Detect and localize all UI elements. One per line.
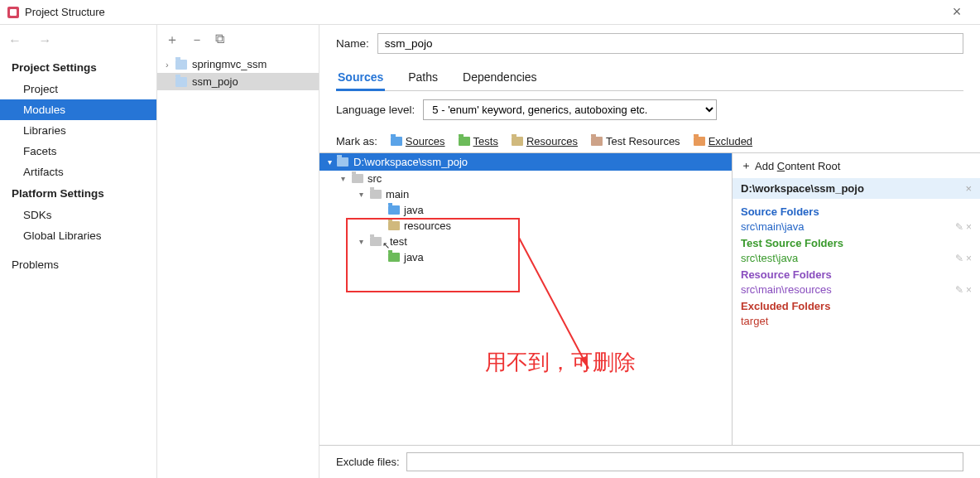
svg-rect-1	[10, 9, 17, 16]
mark-resources-button[interactable]: Resources	[512, 135, 578, 147]
annotation-text: 用不到，可删除	[485, 348, 636, 377]
window-title: Project Structure	[25, 6, 940, 18]
remove-icon[interactable]: ×	[966, 253, 972, 264]
content-root-item[interactable]: D:\workspace\ssm_pojo×	[733, 178, 980, 199]
source-tree: ▾ D:\workspace\ssm_pojo ▾src ▾main java …	[319, 153, 732, 445]
plus-icon: ＋	[741, 158, 752, 173]
edit-icon[interactable]: ✎	[955, 221, 963, 233]
module-item-ssmpojo[interactable]: ssm_pojo	[157, 73, 319, 90]
module-label: springmvc_ssm	[192, 58, 267, 70]
source-folder-entry[interactable]: src\main\java✎ ×	[741, 220, 972, 234]
source-folders-header: Source Folders	[741, 205, 972, 218]
nav-item-sdks[interactable]: SDKs	[0, 205, 156, 225]
module-label: ssm_pojo	[192, 75, 238, 88]
nav-header-project: Project Settings	[0, 56, 156, 79]
test-resources-folder-icon	[591, 137, 603, 146]
module-details: Name: Sources Paths Dependencies Languag…	[319, 25, 980, 478]
folder-icon	[370, 190, 382, 199]
excluded-folders-header: Excluded Folders	[741, 300, 972, 312]
tests-folder-icon	[388, 253, 400, 262]
tab-dependencies[interactable]: Dependencies	[461, 67, 539, 90]
tab-paths[interactable]: Paths	[406, 67, 440, 90]
tree-node-main[interactable]: ▾main	[356, 186, 732, 202]
mark-excluded-button[interactable]: Excluded	[694, 135, 752, 147]
folder-icon	[175, 60, 187, 70]
edit-icon[interactable]: ✎	[955, 253, 963, 264]
module-name-input[interactable]	[377, 33, 963, 54]
name-label: Name:	[336, 37, 369, 50]
module-tree: ＋ － ⧉ › springmvc_ssm ssm_pojo	[157, 25, 319, 478]
remove-icon[interactable]: ×	[966, 284, 972, 296]
mark-tests-button[interactable]: Tests	[459, 135, 498, 147]
folder-icon	[337, 157, 348, 167]
nav-item-libraries[interactable]: Libraries	[0, 120, 156, 141]
sources-folder-icon	[388, 205, 400, 215]
close-icon[interactable]: ×	[940, 3, 973, 21]
edit-icon[interactable]: ✎	[955, 284, 963, 296]
mark-as-toolbar: Mark as: Sources Tests Resources Test Re…	[336, 135, 963, 147]
exclude-files-label: Exclude files:	[336, 456, 400, 468]
titlebar: Project Structure ×	[0, 0, 980, 25]
remove-icon[interactable]: ×	[965, 182, 972, 195]
resources-folder-icon	[512, 137, 523, 146]
tree-node-test-java[interactable]: java	[374, 249, 732, 265]
nav-item-facets[interactable]: Facets	[0, 141, 156, 162]
resource-folders-header: Resource Folders	[741, 268, 972, 281]
side-nav: ← → Project Settings Project Modules Lib…	[0, 25, 157, 478]
resource-folder-entry[interactable]: src\main\resources✎ ×	[741, 282, 972, 297]
tests-folder-icon	[459, 137, 470, 146]
nav-item-problems[interactable]: Problems	[0, 254, 156, 275]
module-item-springmvc[interactable]: › springmvc_ssm	[157, 56, 319, 73]
sources-folder-icon	[391, 137, 402, 146]
tree-node-main-java[interactable]: java	[374, 202, 732, 218]
nav-item-project[interactable]: Project	[0, 79, 156, 99]
test-folders-header: Test Source Folders	[741, 237, 972, 249]
exclude-files-input[interactable]	[406, 452, 963, 471]
tree-node-test[interactable]: ▾↖test	[356, 234, 732, 249]
excluded-folder-entry[interactable]: target	[741, 314, 972, 328]
remove-module-icon[interactable]: －	[190, 31, 204, 49]
remove-icon[interactable]: ×	[966, 221, 972, 233]
copy-module-icon[interactable]: ⧉	[215, 31, 224, 49]
mark-test-resources-button[interactable]: Test Resources	[591, 135, 680, 147]
excluded-folder-icon	[694, 137, 705, 146]
folder-icon	[175, 77, 187, 87]
tree-node-src[interactable]: ▾src	[338, 171, 732, 186]
folder-icon	[352, 174, 363, 183]
mark-as-label: Mark as:	[336, 135, 377, 147]
content-roots-panel: ＋Add Content Root D:\workspace\ssm_pojo×…	[732, 153, 980, 445]
add-content-root-button[interactable]: ＋Add Content Root	[733, 153, 980, 178]
chevron-right-icon: ›	[166, 60, 175, 70]
nav-item-global-libs[interactable]: Global Libraries	[0, 225, 156, 246]
nav-history[interactable]: ← →	[0, 33, 156, 56]
chevron-down-icon: ▾	[328, 157, 332, 167]
module-tabs: Sources Paths Dependencies	[336, 67, 963, 91]
mark-sources-button[interactable]: Sources	[391, 135, 445, 147]
test-folder-entry[interactable]: src\test\java✎ ×	[741, 251, 972, 265]
tree-node-main-resources[interactable]: resources	[374, 218, 732, 234]
nav-header-platform: Platform Settings	[0, 182, 156, 205]
nav-item-modules[interactable]: Modules	[0, 99, 156, 120]
language-level-select[interactable]: 5 - 'enum' keyword, generics, autoboxing…	[423, 99, 717, 120]
add-module-icon[interactable]: ＋	[166, 31, 179, 49]
folder-icon	[370, 237, 382, 246]
resources-folder-icon	[388, 221, 400, 230]
app-icon	[7, 6, 20, 19]
nav-item-artifacts[interactable]: Artifacts	[0, 162, 156, 182]
tab-sources[interactable]: Sources	[336, 67, 385, 91]
language-level-label: Language level:	[336, 104, 415, 116]
tree-root[interactable]: ▾ D:\workspace\ssm_pojo	[319, 153, 732, 171]
